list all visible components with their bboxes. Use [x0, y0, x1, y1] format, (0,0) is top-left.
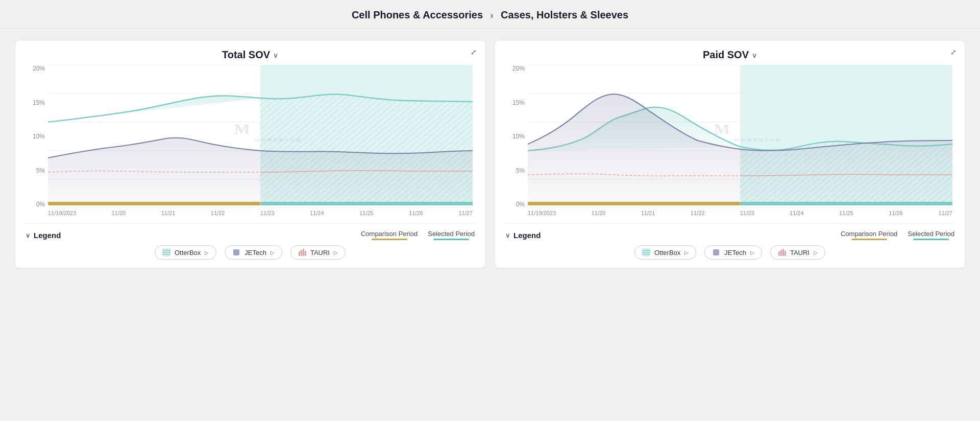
total-sov-expand-icon[interactable]: ⤢ [471, 48, 477, 56]
paid-otterbox-icon [642, 248, 650, 256]
paid-tauri-icon [778, 248, 786, 256]
y-label-0: 0% [26, 201, 45, 208]
svg-text:M: M [234, 121, 250, 137]
paid-legend-item-jetech[interactable]: JETech ▷ [704, 245, 762, 260]
x-label-6: 11/24 [310, 210, 324, 216]
jetech-icon [232, 248, 240, 256]
total-sov-panel: ⤢ Total SOV ∨ 20% 15% 10% 5% 0% [15, 41, 485, 268]
legend-item-otterbox[interactable]: OtterBox ▷ [155, 245, 216, 260]
svg-rect-29 [528, 202, 740, 205]
paid-comparison-period-item: Comparison Period [841, 230, 897, 240]
svg-rect-20 [305, 251, 306, 256]
jetech-expand-icon[interactable]: ▷ [271, 250, 275, 255]
charts-container: ⤢ Total SOV ∨ 20% 15% 10% 5% 0% [0, 29, 980, 280]
paid-sov-dropdown-icon[interactable]: ∨ [752, 51, 757, 59]
paid-jetech-expand-icon[interactable]: ▷ [750, 250, 754, 255]
paid-x-label-5: 11/23 [740, 210, 754, 216]
paid-sov-legend-header: ∨ Legend Comparison Period Selected Peri… [505, 230, 954, 240]
paid-otterbox-expand-icon[interactable]: ▷ [684, 250, 689, 255]
paid-x-label-2: 11/20 [592, 210, 606, 216]
total-sov-y-axis: 20% 15% 10% 5% 0% [26, 65, 45, 208]
svg-text:M: M [714, 121, 730, 137]
paid-y-label-15: 15% [505, 99, 525, 106]
paid-y-label-20: 20% [505, 65, 525, 72]
paid-selected-period-line [913, 239, 949, 240]
x-label-3: 11/21 [161, 210, 176, 216]
paid-sov-panel: ⤢ Paid SOV ∨ 20% 15% 10% 5% 0% [495, 41, 965, 268]
otterbox-expand-icon[interactable]: ▷ [205, 250, 209, 255]
svg-rect-38 [778, 251, 780, 256]
total-sov-svg: M MOMENTUM [48, 65, 473, 208]
paid-y-label-10: 10% [505, 133, 525, 140]
paid-sov-legend-title-group: ∨ Legend [505, 231, 541, 240]
svg-rect-9 [260, 202, 473, 205]
paid-sov-legend: ∨ Legend Comparison Period Selected Peri… [505, 223, 954, 260]
svg-rect-40 [782, 249, 784, 256]
total-sov-chart-area: 20% 15% 10% 5% 0% [48, 65, 473, 208]
total-sov-legend-periods: Comparison Period Selected Period [361, 230, 475, 240]
paid-x-label-3: 11/21 [641, 210, 655, 216]
paid-jetech-icon [712, 248, 720, 256]
total-sov-title[interactable]: Total SOV [222, 49, 270, 61]
total-sov-legend-header: ∨ Legend Comparison Period Selected Peri… [26, 230, 475, 240]
svg-rect-19 [303, 249, 304, 256]
svg-rect-17 [299, 251, 300, 256]
svg-rect-37 [713, 249, 719, 255]
paid-sov-legend-periods: Comparison Period Selected Period [841, 230, 954, 240]
x-label-7: 11/25 [359, 210, 374, 216]
paid-x-label-4: 11/22 [691, 210, 705, 216]
paid-sov-header: Paid SOV ∨ [505, 49, 954, 61]
paid-x-label-8: 11/26 [889, 210, 903, 216]
paid-x-label-9: 11/27 [938, 210, 952, 216]
paid-x-label-6: 11/24 [790, 210, 804, 216]
x-label-8: 11/26 [409, 210, 423, 216]
svg-text:MOMENTUM: MOMENTUM [734, 137, 782, 143]
total-sov-legend-items: OtterBox ▷ JETech ▷ [26, 245, 475, 260]
comparison-period-line [372, 239, 407, 240]
breadcrumb: Cell Phones & Accessories › Cases, Holst… [0, 0, 980, 29]
paid-legend-item-tauri-label: TAURI [790, 249, 810, 256]
legend-item-otterbox-label: OtterBox [175, 249, 201, 256]
svg-rect-16 [233, 249, 239, 255]
legend-item-jetech-label: JETech [244, 249, 266, 256]
svg-rect-30 [740, 202, 952, 205]
paid-sov-legend-chevron-icon[interactable]: ∨ [505, 231, 510, 239]
total-sov-dropdown-icon[interactable]: ∨ [273, 51, 278, 59]
selected-period-label: Selected Period [428, 230, 475, 238]
svg-rect-18 [301, 250, 302, 256]
breadcrumb-parent[interactable]: Cell Phones & Accessories [352, 9, 483, 20]
paid-legend-item-otterbox[interactable]: OtterBox ▷ [634, 245, 696, 260]
paid-legend-item-otterbox-label: OtterBox [654, 249, 680, 256]
x-label-5: 11/23 [260, 210, 275, 216]
total-sov-header: Total SOV ∨ [26, 49, 475, 61]
paid-tauri-expand-icon[interactable]: ▷ [814, 250, 818, 255]
paid-sov-title[interactable]: Paid SOV [703, 49, 749, 61]
y-label-15: 15% [26, 99, 45, 106]
legend-item-jetech[interactable]: JETech ▷ [225, 245, 282, 260]
y-label-10: 10% [26, 133, 45, 140]
total-sov-legend-chevron-icon[interactable]: ∨ [26, 231, 31, 239]
paid-selected-period-item: Selected Period [908, 230, 954, 240]
tauri-expand-icon[interactable]: ▷ [334, 250, 338, 255]
legend-item-tauri[interactable]: TAURI ▷ [290, 245, 346, 260]
paid-selected-period-label: Selected Period [908, 230, 954, 238]
selected-period-item: Selected Period [428, 230, 475, 240]
paid-legend-item-jetech-label: JETech [724, 249, 746, 256]
paid-comparison-period-line [851, 239, 887, 240]
paid-sov-svg: M MOMENTUM [528, 65, 952, 208]
x-label-2: 11/20 [112, 210, 126, 216]
paid-legend-item-tauri[interactable]: TAURI ▷ [770, 245, 825, 260]
paid-comparison-period-label: Comparison Period [841, 230, 897, 238]
tauri-icon [298, 248, 306, 256]
paid-sov-legend-items: OtterBox ▷ JETech ▷ [505, 245, 954, 260]
paid-y-label-0: 0% [505, 201, 525, 208]
paid-sov-expand-icon[interactable]: ⤢ [950, 48, 957, 56]
breadcrumb-child[interactable]: Cases, Holsters & Sleeves [501, 9, 628, 20]
paid-sov-y-axis: 20% 15% 10% 5% 0% [505, 65, 525, 208]
paid-sov-chart-area: 20% 15% 10% 5% 0% [528, 65, 952, 208]
selected-period-line [433, 239, 469, 240]
paid-x-label-1: 11/19/2023 [528, 210, 556, 216]
y-label-20: 20% [26, 65, 45, 72]
total-sov-legend-title-group: ∨ Legend [26, 231, 61, 240]
comparison-period-label: Comparison Period [361, 230, 418, 238]
